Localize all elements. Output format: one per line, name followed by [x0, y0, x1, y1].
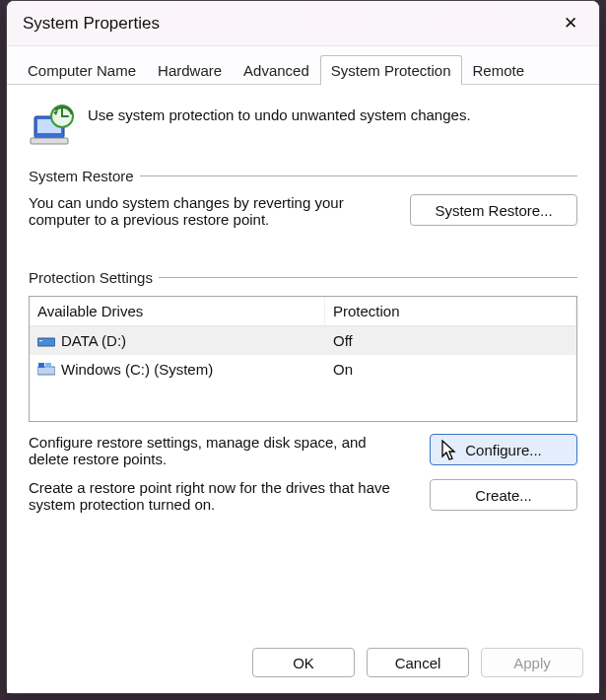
system-properties-window: System Properties ✕ Computer Name Hardwa… [6, 0, 600, 694]
system-protection-icon [29, 103, 76, 150]
svg-rect-9 [45, 363, 51, 368]
intro-row: Use system protection to undo unwanted s… [29, 99, 577, 150]
svg-rect-5 [37, 338, 55, 346]
titlebar: System Properties ✕ [7, 1, 599, 46]
close-button[interactable]: ✕ [550, 9, 591, 38]
svg-rect-2 [31, 138, 68, 144]
drive-protection: On [325, 355, 576, 384]
tab-remote[interactable]: Remote [462, 55, 536, 85]
drive-name: Windows (C:) (System) [61, 361, 213, 378]
table-row[interactable]: DATA (D:) Off [30, 326, 576, 355]
tab-advanced[interactable]: Advanced [233, 55, 320, 85]
create-description: Create a restore point right now for the… [29, 479, 410, 513]
table-row[interactable]: Windows (C:) (System) On [30, 355, 576, 384]
cursor-icon [440, 440, 458, 461]
group-system-restore: System Restore You can undo system chang… [29, 168, 577, 228]
restore-description: You can undo system changes by reverting… [29, 194, 390, 228]
apply-button[interactable]: Apply [481, 648, 583, 677]
window-title: System Properties [23, 14, 550, 34]
drive-icon [37, 363, 55, 377]
create-button[interactable]: Create... [430, 479, 577, 511]
tab-system-protection[interactable]: System Protection [320, 55, 462, 85]
drive-name: DATA (D:) [61, 332, 126, 349]
configure-button[interactable]: Configure... [430, 434, 577, 465]
group-title-restore: System Restore [29, 168, 134, 184]
close-icon: ✕ [564, 15, 577, 32]
svg-rect-8 [38, 363, 44, 368]
configure-description: Configure restore settings, manage disk … [29, 434, 410, 467]
tab-hardware[interactable]: Hardware [147, 55, 233, 85]
drive-icon [37, 334, 55, 348]
col-available-drives[interactable]: Available Drives [30, 297, 325, 325]
tab-body: Use system protection to undo unwanted s… [7, 85, 599, 638]
svg-rect-7 [37, 367, 55, 375]
cancel-button[interactable]: Cancel [367, 648, 469, 677]
intro-text: Use system protection to undo unwanted s… [88, 103, 471, 123]
drives-table: Available Drives Protection DATA (D:) Of… [29, 296, 577, 422]
system-restore-button[interactable]: System Restore... [410, 194, 577, 226]
col-protection[interactable]: Protection [325, 297, 576, 325]
ok-button[interactable]: OK [252, 648, 355, 677]
dialog-footer: OK Cancel Apply [7, 638, 599, 693]
drives-table-header: Available Drives Protection [30, 297, 576, 326]
tab-computer-name[interactable]: Computer Name [17, 55, 147, 85]
svg-rect-6 [39, 340, 42, 341]
tab-strip: Computer Name Hardware Advanced System P… [7, 46, 599, 85]
group-protection-settings: Protection Settings Available Drives Pro… [29, 269, 577, 513]
drive-protection: Off [325, 326, 576, 355]
group-title-protection: Protection Settings [29, 269, 153, 286]
